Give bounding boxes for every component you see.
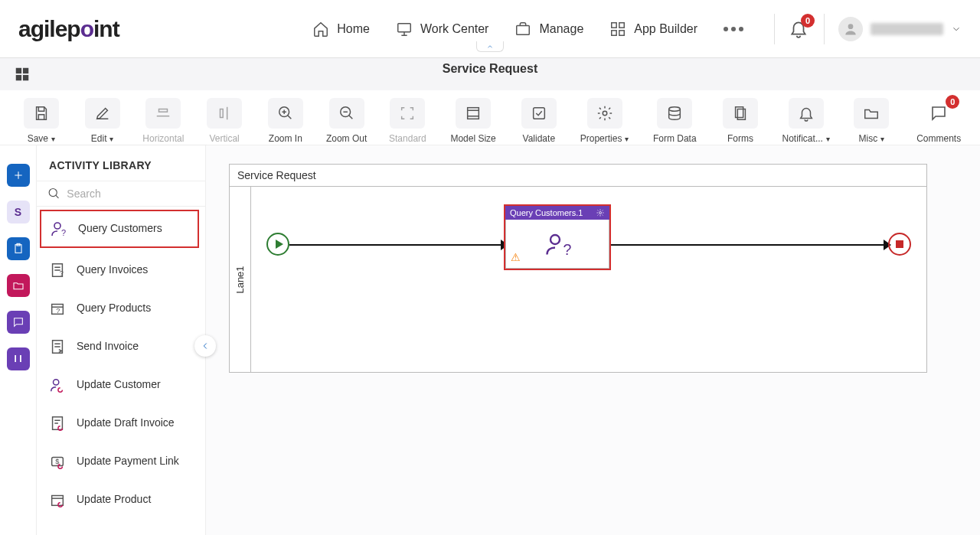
start-node[interactable] [266,233,289,256]
activity-item-update-product[interactable]: Update Product [37,481,205,519]
vertical-button[interactable]: Vertical [197,98,252,144]
activity-item-update-payment-link[interactable]: $ Update Payment Link [37,442,205,481]
process-body: Lane1 Query Customers.1 ? ⚠ [230,187,926,372]
validate-button[interactable]: Validate [511,98,567,144]
edge [289,244,504,246]
nav-work-center[interactable]: Work Center [396,21,489,38]
nav-app-builder[interactable]: App Builder [609,21,697,38]
product-update-icon [49,491,66,508]
page-title: Service Request [443,62,538,76]
doc-query-icon: ? [49,262,66,279]
rail-folder[interactable] [7,274,30,297]
user-update-icon [49,377,66,393]
activity-label: Query Products [77,302,151,315]
briefcase-icon [514,21,531,38]
forms-button[interactable]: Forms [713,98,768,144]
rail-s[interactable]: S [7,201,30,223]
align-vertical-icon [216,105,233,122]
folder-icon [12,279,24,292]
svg-point-18 [669,107,681,112]
form-data-button[interactable]: Form Data [642,98,707,144]
activity-item-update-customer[interactable]: Update Customer [37,366,205,404]
user-name [871,23,943,35]
activity-label: Update Payment Link [77,455,179,468]
svg-text:?: ? [60,269,64,277]
rail-it[interactable]: I I [7,347,30,370]
activity-item-query-customers[interactable]: ? Query Customers [40,210,199,248]
sub-header: Service Request [0,58,980,90]
validate-icon [531,105,547,122]
svg-rect-1 [517,25,530,34]
user-query-icon: ? [544,230,571,258]
comment-icon [929,104,948,122]
nav-home[interactable]: Home [312,21,370,38]
svg-point-24 [54,223,60,229]
activity-node[interactable]: Query Customers.1 ? ⚠ [504,204,611,270]
nav-work-center-label: Work Center [420,22,489,36]
activity-item-update-draft-invoice[interactable]: Update Draft Invoice [37,404,205,442]
activity-label: Query Invoices [77,263,148,277]
edit-button[interactable]: Edit▾ [75,98,130,144]
activity-node-header: Query Customers.1 [505,206,609,220]
model-size-button[interactable]: Model Size [441,98,505,144]
gear-icon [596,105,613,122]
activity-item-query-invoices[interactable]: ? Query Invoices [37,251,205,289]
svg-point-23 [49,188,57,196]
svg-rect-12 [220,109,224,118]
chevron-left-icon [200,341,211,351]
comments-count: 0 [946,95,959,109]
zoom-out-button[interactable]: Zoom Out [319,98,374,144]
home-icon [312,21,329,38]
activity-label: Send Invoice [77,340,139,354]
search-row [37,181,205,207]
user-query-icon: ? [50,220,68,238]
nav-manage[interactable]: Manage [514,21,583,38]
nav-more[interactable] [724,27,743,31]
process-container: Service Request Lane1 Query Customers.1 … [229,164,927,373]
edit-icon [94,105,111,122]
user-menu[interactable] [838,17,962,41]
end-node[interactable] [888,233,911,256]
rail-chat[interactable] [7,311,30,334]
rail-clipboard[interactable] [7,237,30,260]
warning-icon: ⚠ [511,251,521,263]
horizontal-button[interactable]: Horizontal [136,98,191,144]
canvas[interactable]: Service Request Lane1 Query Customers.1 … [206,145,980,535]
properties-button[interactable]: Properties▾ [573,98,637,144]
lane-content[interactable]: Query Customers.1 ? ⚠ [251,187,926,372]
panel-collapse[interactable] [194,335,216,357]
left-rail: S I I [0,145,36,535]
notifications-button-tb[interactable]: Notificat...▾ [774,98,838,144]
lane-label: Lane1 [230,187,251,372]
zoom-in-icon [277,105,294,122]
standard-button[interactable]: Standard [381,98,436,144]
edge [611,244,887,246]
save-icon [33,105,50,122]
activity-item-query-products[interactable]: ? Query Products [37,289,205,328]
zoom-in-button[interactable]: Zoom In [258,98,313,144]
nav-manage-label: Manage [539,22,583,36]
svg-rect-10 [23,75,28,80]
misc-button[interactable]: Misc▾ [844,98,900,144]
chat-icon [12,316,24,328]
search-input[interactable] [67,188,194,200]
notifications-button[interactable]: 0 [789,18,810,40]
svg-rect-0 [398,23,411,31]
grid-icon [609,21,626,38]
svg-rect-16 [533,108,544,119]
search-icon [47,186,60,201]
nav-home-label: Home [337,22,370,36]
svg-point-31 [54,380,59,385]
divider [774,14,775,44]
monitor-icon [396,21,413,38]
rail-add[interactable] [7,164,30,187]
activity-library-panel: ACTIVITY LIBRARY ? Query Customers ? Que… [36,145,206,535]
comments-button[interactable]: 0 Comments [911,98,966,144]
gear-icon[interactable] [596,208,605,217]
svg-rect-9 [16,75,21,80]
save-button[interactable]: Save▾ [14,98,69,144]
nav-items: Home Work Center Manage App Builder [312,21,743,38]
activity-item-send-invoice[interactable]: Send Invoice [37,328,205,366]
activity-node-title: Query Customers.1 [510,208,583,217]
collapse-tab[interactable] [476,41,504,52]
